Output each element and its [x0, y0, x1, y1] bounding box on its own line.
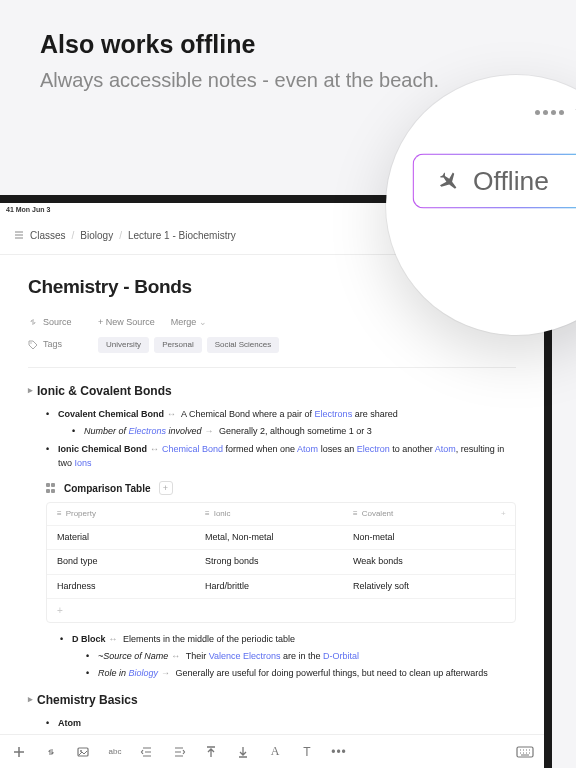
magnifier-status-icons [535, 105, 576, 120]
list-item: Number of Electrons involved→ Generally … [72, 425, 516, 439]
link[interactable]: Valence Electrons [209, 651, 281, 661]
table-header: ≡ Ionic [195, 503, 343, 525]
link[interactable]: Electrons [315, 409, 353, 419]
tag-icon [28, 340, 38, 350]
more-button[interactable]: ••• [330, 743, 348, 761]
add-row-button[interactable]: + [47, 599, 515, 622]
breadcrumb-item[interactable]: Lecture 1 - Biochemistry [128, 230, 236, 241]
image-button[interactable] [74, 743, 92, 761]
table-icon [46, 483, 56, 493]
add-table-button[interactable]: + [159, 481, 173, 495]
link[interactable]: Chemical Bond [162, 444, 223, 454]
table-header-row: ≡ Property ≡ Ionic ≡ Covalent + [47, 503, 515, 526]
link[interactable]: Atom [297, 444, 318, 454]
font-button[interactable]: A [266, 743, 284, 761]
comparison-table: ≡ Property ≡ Ionic ≡ Covalent + Material… [46, 502, 516, 624]
bullet-list: Covalent Chemical Bond↔ A Chemical Bond … [28, 408, 516, 471]
link[interactable]: Ions [75, 458, 92, 468]
table-title-row: Comparison Table + [46, 481, 516, 496]
keyboard-button[interactable] [516, 743, 534, 761]
source-row: Source + New Source Merge ⌄ [28, 316, 516, 330]
bullet-list: D Block↔ Elements in the middle of the p… [28, 633, 516, 681]
link[interactable]: D-Orbital [323, 651, 359, 661]
tags-list: University Personal Social Sciences [98, 337, 279, 353]
table-row: Bond type Strong bonds Weak bonds [47, 550, 515, 575]
hero-title: Also works offline [40, 30, 536, 59]
add-column-button[interactable]: + [491, 503, 515, 525]
indent-left-button[interactable] [138, 743, 156, 761]
move-down-button[interactable] [234, 743, 252, 761]
tag-pill[interactable]: University [98, 337, 149, 353]
list-item: Covalent Chemical Bond↔ A Chemical Bond … [46, 408, 516, 439]
text-format-button[interactable]: abc [106, 743, 124, 761]
move-up-button[interactable] [202, 743, 220, 761]
section-heading: Ionic & Covalent Bonds [28, 382, 516, 400]
link[interactable]: Atom [435, 444, 456, 454]
menu-icon[interactable] [14, 230, 24, 240]
offline-label: Offline [473, 166, 549, 197]
breadcrumb-item[interactable]: Classes [30, 230, 66, 241]
table-row: Material Metal, Non-metal Non-metal [47, 526, 515, 551]
section-heading: Chemistry Basics [28, 691, 516, 709]
link[interactable]: Electron [357, 444, 390, 454]
divider [28, 367, 516, 368]
merge-button[interactable]: Merge ⌄ [171, 316, 207, 330]
source-label: Source [28, 316, 82, 330]
link[interactable]: Biology [129, 668, 159, 678]
breadcrumb-item[interactable]: Biology [80, 230, 113, 241]
link-icon [28, 317, 38, 327]
link-button[interactable] [42, 743, 60, 761]
list-item: ~Source of Name↔ Their Valence Electrons… [86, 650, 516, 664]
text-style-button[interactable]: T [298, 743, 316, 761]
airplane-icon [437, 169, 461, 193]
link[interactable]: Electrons [129, 426, 167, 436]
new-source-button[interactable]: + New Source [98, 316, 155, 330]
more-icon [535, 110, 564, 115]
tags-label: Tags [28, 338, 82, 352]
tag-pill[interactable]: Social Sciences [207, 337, 279, 353]
list-item: Ionic Chemical Bond↔Chemical Bond formed… [46, 443, 516, 471]
indent-right-button[interactable] [170, 743, 188, 761]
editor-toolbar: abc A T ••• [0, 734, 544, 768]
list-item: D Block↔ Elements in the middle of the p… [60, 633, 516, 681]
offline-pill: Offline [412, 154, 576, 209]
svg-point-0 [30, 342, 31, 343]
tags-row: Tags University Personal Social Sciences [28, 337, 516, 353]
table-header: ≡ Covalent [343, 503, 491, 525]
table-title: Comparison Table [64, 481, 151, 496]
document-body: Chemistry - Bonds Source + New Source Me… [0, 255, 544, 768]
list-item: Role in Biology→ Generally are useful fo… [86, 667, 516, 681]
table-header: ≡ Property [47, 503, 195, 525]
tag-pill[interactable]: Personal [154, 337, 202, 353]
table-row: Hardness Hard/brittle Relatively soft [47, 575, 515, 600]
add-block-button[interactable] [10, 743, 28, 761]
